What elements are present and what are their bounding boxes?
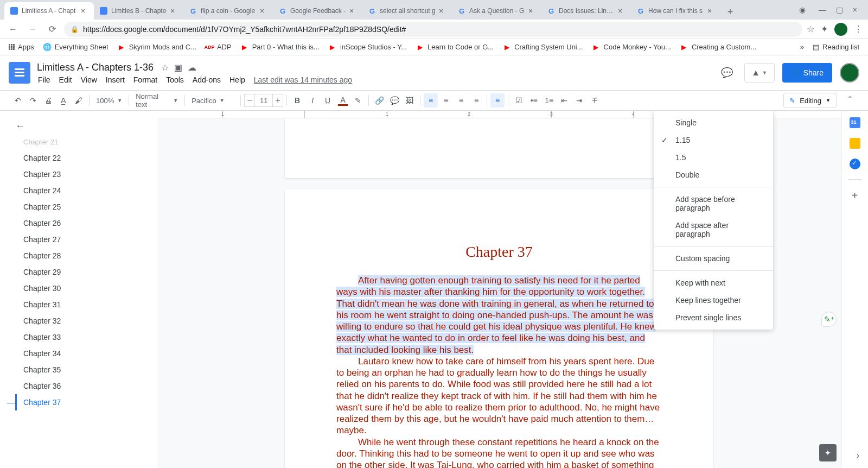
star-icon[interactable]: ☆ bbox=[161, 62, 169, 73]
close-icon[interactable]: × bbox=[260, 7, 267, 15]
browser-tab[interactable]: G select all shortcut g × bbox=[362, 2, 452, 20]
bulleted-list-button[interactable]: •≡ bbox=[527, 93, 541, 107]
close-icon[interactable]: × bbox=[618, 7, 626, 15]
outline-item[interactable]: Chapter 27 bbox=[15, 231, 157, 248]
outline-item[interactable]: Chapter 33 bbox=[15, 329, 157, 345]
explore-button[interactable]: ✦ bbox=[819, 444, 837, 461]
star-icon[interactable]: ☆ bbox=[807, 24, 814, 34]
spacing-double[interactable]: Double bbox=[654, 166, 773, 184]
spacing-15[interactable]: 1.5 bbox=[654, 149, 773, 166]
browser-tab[interactable]: Limitless A - Chapt × bbox=[4, 2, 94, 20]
reading-list-button[interactable]: ▤Reading list bbox=[809, 41, 863, 54]
clear-format-button[interactable]: T bbox=[588, 93, 602, 107]
bookmark-item[interactable]: ▶Creating a Custom... bbox=[676, 41, 760, 54]
bookmark-item[interactable]: ▶Crafting System Uni... bbox=[499, 41, 586, 54]
close-icon[interactable]: × bbox=[528, 7, 536, 15]
outline-item[interactable]: Chapter 35 bbox=[15, 362, 157, 378]
outline-item[interactable]: Chapter 21 bbox=[15, 134, 157, 150]
zoom-select[interactable]: 100%▼ bbox=[93, 93, 125, 107]
paint-format-button[interactable]: 🖌 bbox=[72, 93, 86, 107]
browser-tab[interactable]: G Docs Issues: Line S × bbox=[541, 2, 631, 20]
bookmark-item[interactable]: ▶Code Monkey - You... bbox=[589, 41, 674, 54]
keep-icon[interactable] bbox=[850, 138, 860, 149]
checklist-button[interactable]: ☑ bbox=[512, 93, 526, 107]
text-color-button[interactable]: A bbox=[336, 93, 350, 107]
maximize-icon[interactable]: ▢ bbox=[836, 5, 843, 14]
last-edit-link[interactable]: Last edit was 14 minutes ago bbox=[251, 74, 355, 85]
prevent-single-lines[interactable]: Prevent single lines bbox=[654, 309, 773, 326]
keep-with-next[interactable]: Keep with next bbox=[654, 274, 773, 292]
account-avatar[interactable] bbox=[840, 63, 859, 83]
back-button[interactable]: ← bbox=[5, 22, 21, 37]
tasks-icon[interactable] bbox=[850, 159, 860, 169]
browser-tab[interactable]: Limitles B - Chapte × bbox=[94, 2, 183, 20]
minimize-icon[interactable]: — bbox=[819, 5, 826, 14]
bookmark-item[interactable]: 🌐Everything Sheet bbox=[40, 41, 112, 54]
outline-item-active[interactable]: Chapter 37 bbox=[15, 394, 157, 410]
undo-button[interactable]: ↶ bbox=[11, 93, 25, 107]
font-select[interactable]: Pacifico▼ bbox=[188, 93, 237, 107]
browser-tab[interactable]: G Ask a Question - G × bbox=[452, 2, 541, 20]
outline-item[interactable]: Chapter 34 bbox=[15, 345, 157, 362]
align-justify-button[interactable]: ≡ bbox=[469, 93, 483, 107]
add-space-after[interactable]: Add space after paragraph bbox=[654, 217, 773, 243]
document-body[interactable]: After having gotten enough training to s… bbox=[336, 275, 662, 468]
add-addon-button[interactable]: + bbox=[852, 189, 858, 202]
menu-tools[interactable]: Tools bbox=[163, 74, 187, 85]
bookmark-item[interactable]: ▶Skyrim Mods and C... bbox=[114, 41, 200, 54]
share-button[interactable]: 👤Share bbox=[782, 63, 832, 83]
browser-tab[interactable]: G flip a coin - Google × bbox=[183, 2, 273, 20]
increase-indent-button[interactable]: ⇥ bbox=[572, 93, 586, 107]
line-spacing-button[interactable]: ≡ bbox=[490, 93, 505, 107]
close-icon[interactable]: × bbox=[81, 7, 88, 15]
apps-button[interactable]: Apps bbox=[5, 41, 37, 54]
add-comment-button[interactable]: ✎⁺ bbox=[821, 312, 837, 327]
move-icon[interactable]: ▣ bbox=[174, 62, 182, 73]
browser-tab[interactable]: G Google Feedback - × bbox=[273, 2, 362, 20]
align-right-button[interactable]: ≡ bbox=[454, 93, 468, 107]
outline-item[interactable]: Chapter 23 bbox=[15, 166, 157, 182]
comments-button[interactable]: 💬 bbox=[717, 63, 737, 83]
page-current[interactable]: Chapter 37 After having gotten enough tr… bbox=[285, 189, 713, 468]
custom-spacing[interactable]: Custom spacing bbox=[654, 250, 773, 267]
outline-item[interactable]: Chapter 31 bbox=[15, 296, 157, 313]
keep-lines-together[interactable]: Keep lines together bbox=[654, 292, 773, 309]
increase-font-button[interactable]: + bbox=[272, 94, 283, 107]
editing-mode-select[interactable]: ✎ Editing ▼ bbox=[783, 93, 837, 108]
decrease-indent-button[interactable]: ⇤ bbox=[557, 93, 571, 107]
numbered-list-button[interactable]: 1≡ bbox=[542, 93, 556, 107]
align-center-button[interactable]: ≡ bbox=[439, 93, 453, 107]
present-button[interactable]: ▲▼ bbox=[744, 63, 775, 83]
page-previous[interactable] bbox=[285, 118, 713, 178]
close-icon[interactable]: × bbox=[707, 7, 715, 15]
spacing-115[interactable]: 1.15 bbox=[654, 131, 773, 149]
close-window-icon[interactable]: × bbox=[853, 5, 857, 14]
outline-item[interactable]: Chapter 28 bbox=[15, 248, 157, 264]
bookmark-item[interactable]: ▶Learn to Code or G... bbox=[412, 41, 497, 54]
hide-sidepanel-button[interactable]: › bbox=[857, 451, 859, 460]
spellcheck-button[interactable]: A̲ bbox=[56, 93, 71, 107]
chapter-heading[interactable]: Chapter 37 bbox=[336, 243, 662, 261]
cloud-icon[interactable]: ☁ bbox=[188, 62, 196, 73]
bookmark-item[interactable]: ▶Part 0 - What this is... bbox=[237, 41, 323, 54]
document-title[interactable]: Limitless A - Chapters 1-36 bbox=[35, 61, 156, 74]
menu-file[interactable]: File bbox=[35, 74, 54, 85]
link-button[interactable]: 🔗 bbox=[372, 93, 386, 107]
menu-edit[interactable]: Edit bbox=[56, 74, 75, 85]
outline-item[interactable]: Chapter 29 bbox=[15, 264, 157, 280]
font-size-input[interactable]: 11 bbox=[255, 94, 272, 107]
outline-item[interactable]: Chapter 26 bbox=[15, 215, 157, 231]
menu-format[interactable]: Format bbox=[130, 74, 161, 85]
redo-button[interactable]: ↷ bbox=[26, 93, 40, 107]
menu-addons[interactable]: Add-ons bbox=[189, 74, 224, 85]
menu-help[interactable]: Help bbox=[226, 74, 248, 85]
add-space-before[interactable]: Add space before paragraph bbox=[654, 191, 773, 217]
profile-avatar[interactable] bbox=[834, 23, 847, 36]
extensions-icon[interactable]: ✦ bbox=[821, 24, 828, 34]
bold-button[interactable]: B bbox=[290, 93, 304, 107]
underline-button[interactable]: U bbox=[321, 93, 335, 107]
media-icon[interactable]: ◉ bbox=[799, 5, 806, 14]
close-icon[interactable]: × bbox=[439, 7, 446, 15]
collapse-button[interactable]: ˆ bbox=[843, 93, 857, 107]
close-icon[interactable]: × bbox=[170, 7, 178, 15]
